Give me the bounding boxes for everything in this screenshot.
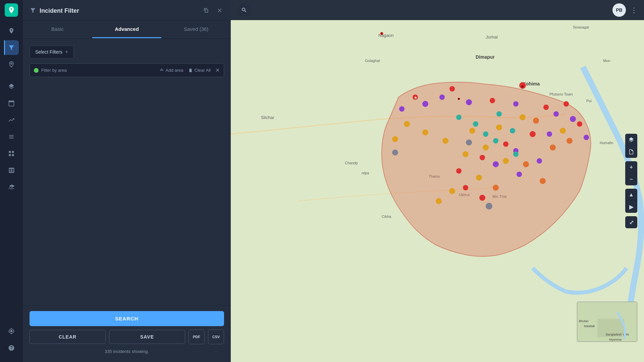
svg-point-51: [520, 114, 526, 120]
panel-header: Incident Filter: [23, 0, 231, 21]
svg-point-60: [473, 121, 478, 127]
svg-point-44: [537, 158, 542, 164]
tab-basic[interactable]: Basic: [23, 21, 92, 38]
filter-actions: Add area Clear All ✕: [159, 67, 220, 73]
csv-export-button[interactable]: CSV: [208, 329, 224, 344]
sidebar-item-table[interactable]: [4, 163, 19, 178]
svg-point-23: [543, 105, 549, 110]
svg-point-40: [547, 131, 552, 137]
svg-point-57: [449, 188, 455, 194]
svg-point-61: [496, 111, 502, 117]
svg-text:Poi: Poi: [586, 99, 592, 103]
svg-point-65: [513, 152, 519, 157]
topbar-menu-icon[interactable]: ⋮: [631, 6, 637, 14]
svg-point-32: [399, 106, 405, 112]
svg-point-42: [493, 161, 499, 167]
sidebar-item-location[interactable]: [4, 57, 19, 72]
map-layers-button[interactable]: [625, 134, 637, 146]
svg-point-24: [564, 101, 569, 107]
sidebar-item-filter[interactable]: [4, 40, 19, 55]
svg-point-38: [570, 116, 576, 122]
sidebar-item-location-bottom[interactable]: [4, 324, 19, 339]
svg-point-62: [483, 131, 488, 137]
user-avatar[interactable]: PB: [612, 3, 626, 17]
add-area-button[interactable]: Add area: [159, 68, 183, 73]
filter-row-close-button[interactable]: ✕: [215, 67, 220, 73]
panel-body: Select Filters + Filter by area Add area: [23, 39, 231, 305]
clear-all-label: Clear All: [195, 68, 211, 73]
nav-up-button[interactable]: ▲: [625, 189, 637, 201]
tab-saved[interactable]: Saved (36): [161, 21, 231, 38]
svg-point-59: [456, 115, 462, 120]
svg-point-28: [480, 155, 485, 160]
svg-point-47: [422, 129, 428, 135]
filter-by-area-text: Filter by area: [41, 68, 157, 73]
map-area[interactable]: PB ⋮ Silchar Nagaon Jorhat Sivasagar Dim…: [231, 0, 644, 362]
svg-text:Mon: Mon: [603, 59, 610, 63]
bottom-action-row: CLEAR SAVE PDF CSV: [30, 329, 224, 344]
pdf-export-button[interactable]: PDF: [189, 329, 205, 344]
svg-text:Dimapur: Dimapur: [476, 54, 495, 60]
zoom-controls: + −: [625, 161, 637, 185]
clear-all-button[interactable]: Clear All: [188, 68, 211, 73]
svg-text:Chandp: Chandp: [345, 161, 358, 165]
svg-point-71: [493, 185, 499, 191]
select-filters-button[interactable]: Select Filters +: [30, 45, 74, 59]
svg-point-20: [449, 86, 455, 92]
clear-button[interactable]: CLEAR: [30, 330, 106, 344]
sidebar-item-layers[interactable]: [4, 79, 19, 94]
sidebar-item-help[interactable]: [4, 341, 19, 355]
svg-point-68: [567, 138, 573, 144]
save-button[interactable]: SAVE: [109, 330, 185, 344]
svg-point-34: [439, 95, 445, 100]
zoom-out-button[interactable]: −: [625, 173, 637, 185]
map-legend-button[interactable]: [625, 146, 637, 158]
map-search-button[interactable]: [237, 3, 251, 17]
sidebar-item-layers2[interactable]: [4, 180, 19, 194]
svg-point-33: [422, 101, 428, 107]
navigation-controls: ▲ ▶: [625, 189, 637, 213]
svg-point-55: [503, 158, 509, 164]
svg-point-45: [404, 121, 410, 127]
close-button[interactable]: [215, 6, 224, 16]
sidebar-item-map[interactable]: [4, 23, 19, 38]
tab-advanced[interactable]: Advanced: [92, 21, 162, 38]
svg-text:Golaghat: Golaghat: [365, 59, 380, 63]
select-filters-label: Select Filters: [35, 49, 62, 55]
svg-text:Bhutan: Bhutan: [579, 319, 589, 323]
svg-point-76: [458, 98, 460, 100]
sidebar-item-calendar[interactable]: [4, 96, 19, 111]
expand-button[interactable]: ⤢: [625, 216, 637, 228]
svg-point-21: [490, 98, 495, 103]
sidebar-item-trend[interactable]: [4, 113, 19, 127]
svg-point-48: [442, 138, 448, 144]
svg-point-49: [469, 128, 475, 134]
svg-point-31: [479, 195, 485, 201]
sidebar-item-grid[interactable]: [4, 146, 19, 161]
map-topbar-right: PB ⋮: [612, 3, 637, 17]
plus-icon: +: [65, 49, 68, 55]
svg-point-50: [496, 124, 502, 130]
panel-title-row: Incident Filter: [30, 7, 79, 15]
svg-text:Homalin: Homalin: [600, 141, 613, 145]
nav-right-button[interactable]: ▶: [625, 201, 637, 213]
svg-point-56: [476, 175, 482, 181]
add-area-label: Add area: [166, 68, 183, 73]
app-logo[interactable]: [5, 3, 18, 17]
map-topbar: PB ⋮: [231, 0, 644, 20]
svg-point-69: [523, 161, 529, 167]
svg-text:🏠: 🏠: [414, 96, 417, 99]
zoom-in-button[interactable]: +: [625, 161, 637, 173]
sidebar-item-stack[interactable]: [4, 129, 19, 144]
svg-text:Mawlaik: Mawlaik: [584, 324, 595, 328]
minimize-button[interactable]: [202, 6, 211, 16]
search-button[interactable]: SEARCH: [30, 311, 224, 326]
svg-point-73: [466, 139, 472, 145]
svg-text:ndpa: ndpa: [362, 171, 369, 175]
filter-header-icon: [30, 7, 36, 15]
svg-point-63: [510, 128, 515, 133]
incidents-count: 335 incidents showing.: [30, 348, 224, 355]
filter-area-row: Filter by area Add area Clear All ✕: [30, 63, 224, 77]
svg-point-39: [584, 135, 589, 140]
svg-point-58: [436, 198, 442, 204]
